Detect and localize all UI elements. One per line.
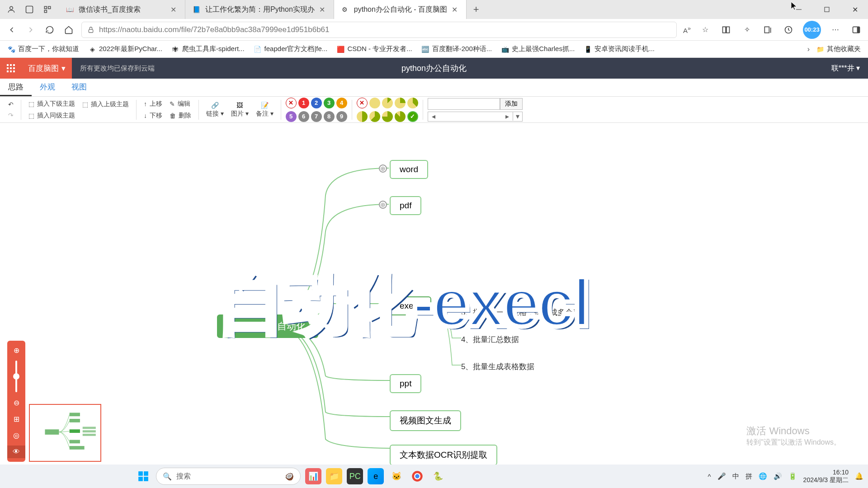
- tab-1[interactable]: 📖 微信读书_百度搜索 ✕: [59, 0, 185, 19]
- link-button[interactable]: 🔗链接 ▾: [203, 102, 226, 118]
- new-tab-button[interactable]: +: [467, 0, 486, 19]
- favorite-button[interactable]: ☆: [699, 23, 712, 36]
- node-word[interactable]: word: [390, 160, 428, 179]
- zoom-locate-button[interactable]: ◎: [10, 429, 22, 441]
- favorites-icon[interactable]: ✧: [741, 23, 753, 36]
- edit-button[interactable]: ✎ 编辑: [167, 99, 194, 109]
- url-input[interactable]: https://naotu.baidu.com/file/72b7e8a0bb9…: [81, 22, 677, 38]
- app-edge[interactable]: e: [368, 468, 384, 484]
- progress-6[interactable]: [382, 111, 393, 122]
- close-icon[interactable]: ✕: [452, 5, 460, 14]
- node-video[interactable]: 视频图文生成: [390, 410, 461, 431]
- bookmark-item[interactable]: 📺史上最强Charles抓...: [501, 45, 575, 53]
- priority-9[interactable]: 9: [336, 111, 347, 122]
- bookmark-item[interactable]: 📱安卓资讯阅读手机...: [584, 45, 655, 53]
- leaf-excel-4[interactable]: 4、批量汇总数据: [461, 334, 519, 345]
- node-ppt[interactable]: ppt: [390, 374, 421, 393]
- note-button[interactable]: 📝备注 ▾: [253, 102, 276, 118]
- zoom-slider[interactable]: [15, 361, 17, 392]
- bookmark-item[interactable]: 🟥CSDN - 专业开发者...: [336, 45, 412, 53]
- bookmark-item[interactable]: 🕷爬虫工具库-spidert...: [171, 45, 245, 53]
- progress-5[interactable]: [369, 111, 380, 122]
- workspace-icon[interactable]: [24, 5, 34, 14]
- delete-button[interactable]: 🗑 删除: [167, 111, 194, 121]
- priority-2[interactable]: 2: [311, 98, 322, 108]
- close-icon[interactable]: ✕: [170, 5, 179, 14]
- tag-dropdown[interactable]: ▾: [513, 112, 522, 121]
- progress-0[interactable]: [369, 98, 380, 108]
- ime-mode[interactable]: 拼: [745, 472, 752, 481]
- image-button[interactable]: 🖼图片 ▾: [228, 102, 251, 118]
- volume-icon[interactable]: 🔊: [774, 472, 782, 480]
- tag-input[interactable]: [428, 98, 500, 110]
- start-button[interactable]: [135, 468, 151, 484]
- close-icon[interactable]: ✕: [319, 5, 327, 14]
- priority-7[interactable]: 7: [311, 111, 322, 122]
- network-icon[interactable]: 🌐: [759, 472, 767, 480]
- notifications-icon[interactable]: 🔔: [855, 472, 863, 480]
- minimize-button[interactable]: [786, 0, 812, 19]
- timer-badge[interactable]: 00:23: [803, 21, 821, 39]
- priority-6[interactable]: 6: [298, 111, 309, 122]
- sidebar-button[interactable]: [850, 23, 863, 36]
- app-2[interactable]: 📁: [326, 468, 342, 484]
- mindmap-canvas[interactable]: python办公自动化 ⊕ word ⊕ pdf execl 3、批量讲一个表格…: [0, 123, 868, 488]
- progress-2[interactable]: [395, 98, 406, 108]
- redo-button[interactable]: ↷: [5, 111, 16, 120]
- priority-8[interactable]: 8: [324, 111, 335, 122]
- tray-chevron[interactable]: ^: [708, 473, 711, 480]
- history-button[interactable]: [782, 23, 795, 36]
- chevron-right-icon[interactable]: ›: [807, 45, 810, 53]
- progress-7[interactable]: [395, 111, 406, 122]
- ime-lang[interactable]: 中: [732, 472, 739, 481]
- priority-4[interactable]: 4: [336, 98, 347, 108]
- expand-icon[interactable]: ⊕: [379, 201, 387, 209]
- battery-icon[interactable]: 🔋: [788, 472, 797, 480]
- document-title[interactable]: python办公自动化: [401, 63, 467, 74]
- node-ocr[interactable]: 文本数据OCR识别提取: [390, 445, 497, 465]
- progress-3[interactable]: [407, 98, 418, 108]
- app-1[interactable]: 📊: [305, 468, 321, 484]
- app-4[interactable]: 🐱: [388, 468, 405, 484]
- back-button[interactable]: [5, 23, 18, 36]
- mic-icon[interactable]: 🎤: [717, 472, 726, 480]
- read-aloud-icon[interactable]: A»: [683, 25, 691, 34]
- home-button[interactable]: [62, 23, 75, 36]
- tab-3[interactable]: ⚙ python办公自动化 - 百度脑图 ✕: [334, 0, 467, 19]
- priority-clear[interactable]: ✕: [286, 98, 297, 108]
- bookmark-item[interactable]: 🔤百度翻译-200种语...: [421, 45, 492, 53]
- user-menu[interactable]: 联***井 ▾: [823, 64, 868, 73]
- tag-next[interactable]: ▸: [502, 112, 513, 121]
- app-brand[interactable]: 百度脑图▾: [22, 58, 72, 79]
- tag-prev[interactable]: ◂: [428, 112, 439, 121]
- tab-waiguan[interactable]: 外观: [32, 79, 63, 96]
- zoom-out-button[interactable]: ⊖: [10, 397, 22, 408]
- zoom-in-button[interactable]: ⊕: [10, 344, 22, 356]
- tab-2[interactable]: 📘 让工作化繁为简：用Python实现办 ✕: [185, 0, 334, 19]
- priority-1[interactable]: 1: [298, 98, 309, 108]
- tray-clock[interactable]: 16:10 2024/9/3 星期二: [803, 469, 849, 484]
- minimap[interactable]: [29, 404, 101, 462]
- undo-button[interactable]: ↶: [5, 100, 16, 109]
- app-python[interactable]: 🐍: [430, 468, 446, 484]
- node-root[interactable]: python办公自动化: [217, 314, 318, 338]
- insert-parent-button[interactable]: ⬚ 插入上级主题: [80, 99, 132, 109]
- zoom-fit-button[interactable]: ⊞: [10, 413, 22, 425]
- app-pycharm[interactable]: PC: [347, 468, 363, 484]
- node-excel[interactable]: execl: [390, 296, 431, 315]
- leaf-excel-5[interactable]: 5、批量生成表格数据: [461, 361, 534, 372]
- preview-toggle[interactable]: 👁: [7, 446, 25, 458]
- tabactions-icon[interactable]: [42, 5, 52, 14]
- expand-icon[interactable]: ⊕: [379, 164, 387, 173]
- bookmark-item[interactable]: ◈2022年最新PyChar...: [88, 45, 162, 53]
- maximize-button[interactable]: [814, 0, 840, 19]
- priority-3[interactable]: 3: [324, 98, 335, 108]
- tag-add-button[interactable]: 添加: [500, 98, 523, 110]
- taskbar-search[interactable]: 🔍 搜索 🥥: [156, 468, 301, 485]
- close-window-button[interactable]: ✕: [842, 0, 868, 19]
- progress-4[interactable]: [357, 111, 368, 122]
- insert-sibling-button[interactable]: ⬚ 插入同级主题: [26, 111, 78, 121]
- split-button[interactable]: [720, 23, 732, 36]
- refresh-button[interactable]: [43, 23, 56, 36]
- collections-button[interactable]: [761, 23, 774, 36]
